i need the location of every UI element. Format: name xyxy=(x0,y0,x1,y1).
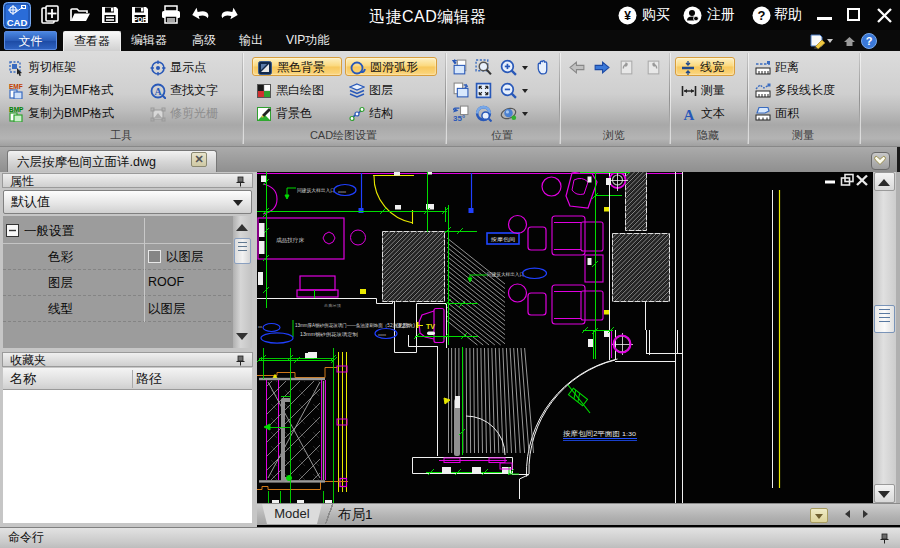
svg-text:(见防火): (见防火) xyxy=(396,322,415,329)
svg-text:同建筑大样出入口: 同建筑大样出入口 xyxy=(487,271,524,278)
svg-text:PDF: PDF xyxy=(134,16,147,23)
svg-text:按摩包间: 按摩包间 xyxy=(490,236,516,243)
svg-text:?: ? xyxy=(758,8,766,23)
svg-text:A: A xyxy=(154,86,162,97)
svg-text:xxxx: xxxx xyxy=(338,189,346,194)
svg-text:按摩包间2平面图: 按摩包间2平面图 xyxy=(563,429,620,438)
svg-text:¥: ¥ xyxy=(624,9,631,23)
svg-text:走廊吊顶: 走廊吊顶 xyxy=(324,303,341,308)
svg-text:同建筑大样出入口: 同建筑大样出入口 xyxy=(297,187,335,194)
svg-text:13mm钢砂倒花玻璃定制: 13mm钢砂倒花玻璃定制 xyxy=(300,331,358,338)
svg-text:?: ? xyxy=(866,35,873,47)
svg-text:xxxx: xxxx xyxy=(378,332,386,337)
svg-text:35°: 35° xyxy=(453,114,465,122)
svg-text:A: A xyxy=(684,107,695,122)
svg-text:成品技疗床: 成品技疗床 xyxy=(276,237,305,244)
svg-text:1:30: 1:30 xyxy=(622,431,636,437)
svg-text:xx: xx xyxy=(258,324,262,329)
svg-text:BMP: BMP xyxy=(9,106,24,113)
svg-text:CAD: CAD xyxy=(7,17,28,28)
svg-text:EMF: EMF xyxy=(9,83,23,90)
svg-text:TV: TV xyxy=(426,322,435,331)
